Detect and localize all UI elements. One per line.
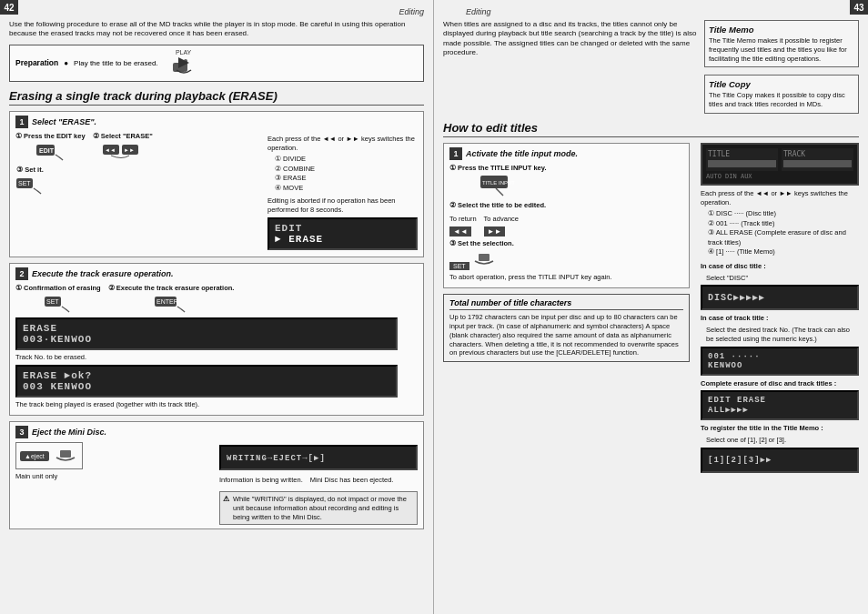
abort-note: To abort operation, press the TITLE INPU…: [449, 273, 683, 282]
step3-label: Eject the Mini Disc.: [32, 428, 106, 437]
edit-button-icon: EDIT: [35, 142, 65, 162]
step1-sub3-label: ③ Set it.: [16, 166, 44, 174]
svg-text:►►: ►►: [124, 147, 135, 153]
title-copy-text: The Title Copy makes it possible to copy…: [709, 91, 854, 109]
step1-sub2-label: ② Select "ERASE": [93, 132, 153, 140]
lcd-erase-kenwood: ERASE 003·KENWOO: [15, 317, 398, 350]
lcd3-line1: ERASE ►ok?: [23, 370, 390, 381]
lcd2-line1: ERASE: [23, 323, 390, 334]
intro-text-right: When titles are assigned to a disc and i…: [443, 20, 699, 58]
step1-sub1-label: ① Press the EDIT key: [15, 132, 86, 140]
svg-rect-15: [60, 450, 71, 458]
step1-ops-list: ① DIVIDE ② COMBINE ③ ERASE ④ MOVE: [275, 155, 418, 193]
right-step1-num: 1: [449, 147, 462, 160]
step2-label: Execute the track erasure operation.: [32, 269, 174, 278]
step2-box: 2 Execute the track erasure operation. ①…: [9, 263, 424, 417]
left-page: 42 Editing Use the following procedure t…: [0, 0, 434, 614]
right-page: Editing 43 When titles are assigned to a…: [434, 0, 868, 614]
eject-button[interactable]: ▲eject: [20, 451, 49, 461]
step1-label: Select "ERASE".: [32, 117, 96, 126]
set-hand-icon2: [471, 250, 497, 268]
total-chars-title: Total number of title characters: [449, 298, 683, 310]
right-step1-sub1-label: ① Press the TITLE INPUT key.: [449, 164, 546, 172]
step3-box: 3 Eject the Mini Disc. ▲eject Main unit …: [9, 421, 424, 529]
lcd-writing-line: WRITING→EJECT→[▶]: [227, 453, 410, 463]
right-step1-sub2-label: ② Select the title to be edited.: [449, 201, 683, 209]
track-lcd: 001 ····· KENWOO: [701, 347, 859, 376]
disc-select-note: Select "DISC": [706, 274, 859, 283]
warning-box: ⚠ While "WRITING" is displayed, do not i…: [219, 491, 418, 525]
step2-sub2-label: ② Execute the track erasure operation.: [108, 284, 235, 292]
lcd-writing: WRITING→EJECT→[▶]: [219, 445, 418, 470]
page-header-left: Editing: [9, 7, 424, 16]
warning-icon: ⚠: [223, 495, 229, 521]
to-advance-label: To advance: [484, 215, 519, 224]
lcd-edit-erase: EDIT ► ERASE: [267, 217, 418, 250]
svg-rect-18: [479, 254, 490, 261]
section-title-edit: How to edit titles: [443, 121, 859, 137]
title-memo-text: The Title Memo makes it possible to regi…: [709, 36, 854, 63]
info2-text: Mini Disc has been ejected.: [310, 476, 394, 485]
set-button2-icon: SET: [44, 294, 73, 314]
title-copy-box: Title Copy The Title Copy makes it possi…: [704, 75, 859, 114]
enter-button-icon: ENTER: [154, 294, 188, 314]
preparation-box: Preparation ● Play the title to be erase…: [9, 45, 424, 82]
svg-text:ENTER: ENTER: [156, 298, 178, 305]
total-chars-text: Up to 1792 characters can be input per d…: [449, 313, 683, 357]
disc-title-note: In case of disc title :: [701, 262, 859, 271]
erase-all-line1: EDIT ERASE: [708, 396, 852, 405]
set-button-icon: SET: [15, 176, 45, 196]
lcd3-line2: 003 KENWOO: [23, 381, 390, 392]
prep-title: Preparation: [15, 58, 58, 67]
select-one-note: Select one of [1], [2] or [3].: [706, 436, 859, 445]
step2-num: 2: [15, 267, 28, 280]
select-erase-icon: ◄◄ ►►: [102, 142, 143, 162]
complete-erase-note: Complete erasure of disc and track title…: [701, 379, 859, 388]
lcd1-line2: ► ERASE: [275, 234, 410, 245]
lcd-erase-ok: ERASE ►ok? 003 KENWOO: [15, 365, 398, 398]
step1-num: 1: [15, 116, 28, 128]
warning-text: While "WRITING" is displayed, do not imp…: [233, 495, 414, 521]
total-chars-box: Total number of title characters Up to 1…: [443, 294, 690, 362]
to-return-label: To return: [449, 215, 477, 224]
page-number-left: 42: [0, 0, 18, 15]
step2-sub1-label: ① Confirmation of erasing: [15, 284, 101, 292]
title-memo-register-note: To register the title in the Title Memo …: [701, 424, 859, 433]
prep-dot: ●: [64, 59, 68, 67]
track-lcd-line2: KENWOO: [708, 361, 852, 370]
section-title-erase: Erasing a single track during playback (…: [9, 89, 424, 106]
title-copy-title: Title Copy: [709, 79, 854, 89]
right-step1-sub3-label: ③ Set the selection.: [449, 239, 683, 247]
title-memo-box: Title Memo The Title Memo makes it possi…: [704, 20, 859, 67]
play-label: PLAY: [171, 49, 197, 55]
right-set-button[interactable]: SET: [449, 262, 469, 270]
track-note: Track No. to be erased.: [15, 353, 418, 362]
step1-right-note: Each press of the ◄◄ or ►► keys switches…: [267, 135, 418, 153]
svg-text:SET: SET: [46, 298, 59, 305]
title-input-icon: TITLE INPUT: [479, 174, 516, 197]
prep-text: Play the title to be erased.: [74, 59, 158, 67]
svg-text:TITLE INPUT: TITLE INPUT: [482, 180, 515, 186]
erase-all-lcd: EDIT ERASE ALL▶▶▶▶: [701, 390, 859, 420]
svg-text:EDIT: EDIT: [39, 147, 55, 154]
eject-hand-icon: [53, 447, 78, 465]
step1-edit-note: Editing is aborted if no operation has b…: [267, 196, 418, 215]
step1-box: 1 Select "ERASE". ① Press the EDIT key E…: [9, 111, 424, 257]
svg-text:SET: SET: [18, 180, 31, 186]
lcd1-line1: EDIT: [275, 223, 410, 234]
page-header-right: Editing: [443, 7, 491, 16]
each-press-note: Each press of the ◄◄ or ►► keys switches…: [701, 189, 859, 207]
track-display: TITLE TRACK AUTO DIN AUX: [701, 143, 859, 186]
erase-all-line2: ALL▶▶▶▶: [708, 405, 852, 415]
info1-text: Information is being written.: [219, 476, 303, 485]
disc-lcd: DISC▶▶▶▶▶: [701, 285, 859, 310]
right-step1-box: 1 Activate the title input mode. ① Press…: [443, 143, 690, 289]
step3-num: 3: [15, 426, 28, 438]
memo-lcd-line: [1][2][3]▶▶: [708, 455, 852, 465]
track-title-note: In case of track title :: [701, 314, 859, 323]
track-select-note: Select the desired track No. (The track …: [706, 326, 859, 344]
lcd2-line2: 003·KENWOO: [23, 334, 390, 345]
disc-lcd-line: DISC▶▶▶▶▶: [708, 292, 852, 303]
svg-text:◄◄: ◄◄: [105, 147, 116, 153]
memo-lcd: [1][2][3]▶▶: [701, 448, 859, 473]
